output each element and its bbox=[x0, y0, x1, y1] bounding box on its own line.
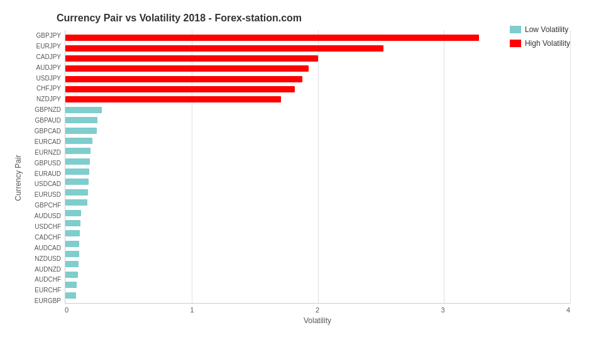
chart-title: Currency Pair vs Volatility 2018 - Forex… bbox=[57, 13, 570, 24]
x-axis-title: Volatility bbox=[65, 316, 570, 325]
y-tick-label: EURUSD bbox=[24, 189, 65, 200]
y-tick-label: AUDUSD bbox=[24, 211, 65, 221]
bar-row bbox=[65, 75, 570, 84]
bar-row bbox=[65, 85, 570, 94]
bar-row bbox=[65, 95, 570, 104]
bar-low bbox=[65, 138, 92, 144]
y-tick-label: AUDNZD bbox=[24, 264, 65, 275]
bar-low bbox=[65, 199, 87, 206]
y-tick-label: GBPUSD bbox=[24, 158, 65, 168]
bar-low bbox=[65, 210, 81, 216]
bar-row bbox=[65, 33, 570, 42]
y-tick-label: GBPNZD bbox=[24, 104, 65, 115]
bar-row bbox=[65, 54, 570, 63]
bar-low bbox=[65, 107, 102, 113]
bar-low bbox=[65, 189, 88, 196]
bar-row bbox=[65, 126, 570, 135]
bar-row bbox=[65, 270, 570, 279]
y-tick-label: CHFJPY bbox=[24, 83, 65, 94]
y-tick-label: EURCAD bbox=[24, 136, 65, 147]
bar-low bbox=[65, 241, 79, 247]
y-tick-label: USDCHF bbox=[24, 221, 65, 232]
bar-high bbox=[65, 45, 383, 52]
y-tick-label: AUDCAD bbox=[24, 243, 65, 253]
y-tick-label: NZDJPY bbox=[24, 94, 65, 104]
y-tick-label: NZDUSD bbox=[24, 253, 65, 264]
y-tick-label: GBPCAD bbox=[24, 126, 65, 136]
bar-high bbox=[65, 55, 318, 62]
bar-row bbox=[65, 136, 570, 145]
bar-row bbox=[65, 146, 570, 155]
y-tick-label: EURNZD bbox=[24, 147, 65, 158]
bars-container bbox=[65, 30, 570, 303]
x-axis-labels: 01234 bbox=[65, 304, 570, 314]
bar-low bbox=[65, 168, 89, 175]
x-tick-label: 3 bbox=[441, 306, 444, 314]
bar-high bbox=[65, 35, 479, 41]
bar-row bbox=[65, 229, 570, 238]
bar-row bbox=[65, 240, 570, 248]
bar-high bbox=[65, 65, 309, 72]
y-tick-label: CADCHF bbox=[24, 232, 65, 243]
y-tick-label: USDCAD bbox=[24, 179, 65, 189]
x-tick-label: 1 bbox=[190, 306, 194, 314]
bar-high bbox=[65, 86, 295, 92]
y-axis-label: Currency Pair bbox=[14, 155, 23, 201]
x-tick-label: 4 bbox=[566, 306, 570, 314]
bar-row bbox=[65, 116, 570, 124]
bar-row bbox=[65, 280, 570, 289]
bar-row bbox=[65, 250, 570, 258]
bar-low bbox=[65, 117, 97, 123]
bar-low bbox=[65, 292, 76, 299]
bar-row bbox=[65, 198, 570, 207]
y-tick-label: GBPAUD bbox=[24, 115, 65, 126]
bar-low bbox=[65, 220, 80, 226]
bar-row bbox=[65, 157, 570, 166]
y-tick-label: EURGBP bbox=[24, 295, 65, 306]
bar-high bbox=[65, 76, 302, 82]
x-tick-label: 0 bbox=[65, 306, 69, 314]
bar-row bbox=[65, 291, 570, 300]
bar-low bbox=[65, 179, 89, 185]
bar-high bbox=[65, 96, 281, 102]
bar-low bbox=[65, 128, 97, 134]
plot-area bbox=[65, 30, 570, 304]
bar-row bbox=[65, 167, 570, 176]
bar-low bbox=[65, 282, 77, 288]
y-tick-label: USDJPY bbox=[24, 73, 65, 84]
y-tick-label: EURJPY bbox=[24, 41, 65, 52]
bar-row bbox=[65, 177, 570, 186]
bar-low bbox=[65, 251, 79, 257]
bar-row bbox=[65, 260, 570, 268]
bar-row bbox=[65, 44, 570, 53]
x-tick-label: 2 bbox=[316, 306, 319, 314]
y-tick-label: CADJPY bbox=[24, 52, 65, 62]
y-tick-label: AUDJPY bbox=[24, 62, 65, 73]
y-tick-label: GBPJPY bbox=[24, 30, 65, 41]
y-axis-label-container: Currency Pair bbox=[13, 30, 24, 325]
bar-low bbox=[65, 261, 79, 267]
bar-low bbox=[65, 230, 80, 236]
bar-row bbox=[65, 188, 570, 197]
bar-row bbox=[65, 209, 570, 218]
bar-row bbox=[65, 64, 570, 73]
y-tick-labels: GBPJPYEURJPYCADJPYAUDJPYUSDJPYCHFJPYNZDJ… bbox=[24, 30, 65, 325]
chart-container: Currency Pair vs Volatility 2018 - Forex… bbox=[0, 0, 589, 364]
bar-low bbox=[65, 158, 90, 165]
bar-low bbox=[65, 272, 78, 278]
bar-low bbox=[65, 148, 91, 154]
y-tick-label: AUDCHF bbox=[24, 274, 65, 285]
bar-row bbox=[65, 219, 570, 228]
grid-line bbox=[570, 30, 571, 303]
y-tick-label: EURAUD bbox=[24, 168, 65, 179]
y-tick-label: EURCHF bbox=[24, 285, 65, 295]
bar-row bbox=[65, 106, 570, 114]
chart-area: Currency Pair GBPJPYEURJPYCADJPYAUDJPYUS… bbox=[13, 30, 570, 325]
plot-area-wrapper: 01234 Volatility bbox=[65, 30, 570, 325]
y-tick-label: GBPCHF bbox=[24, 200, 65, 211]
